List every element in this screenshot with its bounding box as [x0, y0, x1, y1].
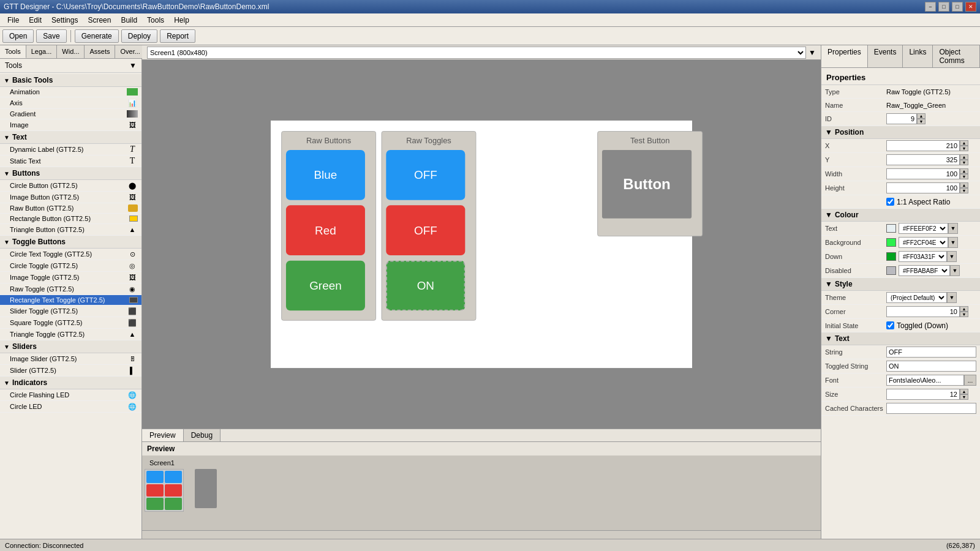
- tool-rectangle-button[interactable]: Rectangle Button (GTT2.5): [0, 214, 141, 224]
- colour-text-select[interactable]: #FFEEF0F2: [899, 223, 948, 234]
- tool-slider[interactable]: Slider (GTT2.5) ▌: [0, 365, 141, 377]
- screen-dropdown-arrow[interactable]: ▼: [809, 48, 816, 57]
- x-spin-up[interactable]: ▲: [960, 140, 968, 146]
- tool-image-slider[interactable]: Image Slider (GTT2.5) 🎚: [0, 353, 141, 365]
- tab-debug[interactable]: Debug: [184, 429, 221, 441]
- prop-input-corner[interactable]: [886, 306, 960, 317]
- tool-circle-text-toggle[interactable]: Circle Text Toggle (GTT2.5) ⊙: [0, 249, 141, 260]
- tool-triangle-toggle[interactable]: Triangle Toggle (GTT2.5) ▲: [0, 329, 141, 340]
- width-spin-up[interactable]: ▲: [960, 168, 968, 174]
- tool-square-toggle[interactable]: Square Toggle (GTT2.5) ⬛: [0, 317, 141, 329]
- prop-input-size[interactable]: [886, 389, 960, 400]
- tab-properties[interactable]: Properties: [821, 45, 868, 67]
- colour-disabled-select[interactable]: #FFBABABF: [899, 265, 950, 276]
- deploy-button[interactable]: Deploy: [121, 29, 157, 43]
- category-text[interactable]: ▼ Text: [0, 131, 141, 144]
- size-spin-down[interactable]: ▼: [960, 394, 968, 400]
- height-spin-down[interactable]: ▼: [960, 188, 968, 193]
- minimize-button[interactable]: −: [925, 2, 936, 12]
- preview-scrollbar-horizontal[interactable]: [142, 530, 821, 539]
- restore-button[interactable]: □: [938, 2, 949, 12]
- category-buttons[interactable]: ▼ Buttons: [0, 167, 141, 180]
- screen-selector[interactable]: Screen1 (800x480): [147, 47, 806, 59]
- id-spin-up[interactable]: ▲: [917, 113, 925, 119]
- tab-wid[interactable]: Wid...: [57, 45, 85, 58]
- prop-input-id[interactable]: [886, 113, 917, 124]
- tool-circle-button[interactable]: Circle Button (GTT2.5) ⬤: [0, 180, 141, 192]
- tool-raw-toggle[interactable]: Raw Toggle (GTT2.5) ◉: [0, 283, 141, 295]
- tool-slider-toggle[interactable]: Slider Toggle (GTT2.5) ⬛: [0, 305, 141, 317]
- colour-down-dropdown[interactable]: ▼: [947, 251, 957, 262]
- tab-events[interactable]: Events: [868, 45, 903, 67]
- tab-links[interactable]: Links: [903, 45, 933, 67]
- tab-tools[interactable]: Tools: [0, 45, 26, 58]
- button-blue[interactable]: Blue: [286, 150, 365, 200]
- colour-disabled-dropdown[interactable]: ▼: [950, 265, 960, 276]
- tools-dropdown-icon[interactable]: ▼: [129, 61, 137, 70]
- prop-checkbox-aspect[interactable]: [886, 198, 894, 206]
- menu-file[interactable]: File: [2, 15, 24, 26]
- tool-circle-toggle[interactable]: Circle Toggle (GTT2.5) ◎: [0, 260, 141, 272]
- category-toggle-buttons[interactable]: ▼ Toggle Buttons: [0, 236, 141, 249]
- menu-settings[interactable]: Settings: [47, 15, 83, 26]
- tool-rectangle-text-toggle[interactable]: Rectangle Text Toggle (GTT2.5): [0, 295, 141, 305]
- font-browse-button[interactable]: ...: [964, 375, 976, 386]
- generate-button[interactable]: Generate: [75, 29, 119, 43]
- tool-triangle-button[interactable]: Triangle Button (GTT2.5) ▲: [0, 224, 141, 236]
- menu-screen[interactable]: Screen: [83, 15, 116, 26]
- close-button[interactable]: ✕: [965, 2, 976, 12]
- tool-circle-flashing-led[interactable]: Circle Flashing LED 🌐: [0, 389, 141, 401]
- prop-input-x[interactable]: [886, 140, 960, 151]
- prop-input-cached-chars[interactable]: [886, 403, 976, 414]
- width-spin-down[interactable]: ▼: [960, 174, 968, 179]
- tab-lega[interactable]: Lega...: [26, 45, 58, 58]
- tool-static-text[interactable]: Static Text T: [0, 156, 141, 167]
- category-basic-tools[interactable]: ▼ Basic Tools: [0, 74, 141, 87]
- tool-image-toggle[interactable]: Image Toggle (GTT2.5) 🖼: [0, 272, 141, 283]
- category-indicators[interactable]: ▼ Indicators: [0, 377, 141, 389]
- colour-text-dropdown[interactable]: ▼: [948, 223, 958, 234]
- tab-object-comms[interactable]: Object Comms: [933, 45, 980, 67]
- prop-input-y[interactable]: [886, 154, 960, 165]
- menu-edit[interactable]: Edit: [24, 15, 47, 26]
- tool-dynamic-label[interactable]: Dynamic Label (GTT2.5) T: [0, 144, 141, 156]
- menu-help[interactable]: Help: [169, 15, 194, 26]
- section-colour[interactable]: ▼ Colour: [821, 209, 980, 222]
- tool-image[interactable]: Image 🖼: [0, 119, 141, 131]
- section-position[interactable]: ▼ Position: [821, 126, 980, 139]
- x-spin-down[interactable]: ▼: [960, 146, 968, 151]
- corner-spin-up[interactable]: ▲: [960, 306, 968, 312]
- prop-input-toggled-string[interactable]: [886, 361, 976, 372]
- size-spin-up[interactable]: ▲: [960, 389, 968, 394]
- tool-raw-button[interactable]: Raw Button (GTT2.5): [0, 203, 141, 214]
- tab-over[interactable]: Over...: [115, 45, 145, 58]
- colour-bg-select[interactable]: #FF2CF04E: [899, 237, 948, 248]
- save-button[interactable]: Save: [36, 29, 66, 43]
- colour-bg-dropdown[interactable]: ▼: [948, 237, 958, 248]
- tool-circle-led[interactable]: Circle LED 🌐: [0, 401, 141, 413]
- report-button[interactable]: Report: [160, 29, 195, 43]
- tool-gradient[interactable]: Gradient: [0, 109, 141, 119]
- menu-build[interactable]: Build: [116, 15, 142, 26]
- maximize-button[interactable]: □: [952, 2, 963, 12]
- test-button[interactable]: Button: [602, 150, 692, 219]
- prop-checkbox-initial-state[interactable]: [886, 321, 894, 329]
- tab-assets[interactable]: Assets: [85, 45, 115, 58]
- y-spin-up[interactable]: ▲: [960, 154, 968, 160]
- height-spin-up[interactable]: ▲: [960, 182, 968, 188]
- y-spin-down[interactable]: ▼: [960, 160, 968, 165]
- prop-input-width[interactable]: [886, 168, 960, 179]
- colour-down-select[interactable]: #FF03A31F: [899, 251, 947, 262]
- prop-input-height[interactable]: [886, 182, 960, 193]
- corner-spin-down[interactable]: ▼: [960, 312, 968, 317]
- button-green[interactable]: Green: [286, 261, 365, 311]
- prop-input-font[interactable]: [886, 375, 964, 386]
- toggle-on-green[interactable]: ON: [386, 261, 465, 311]
- tab-preview[interactable]: Preview: [142, 429, 184, 441]
- theme-select[interactable]: (Project Default): [886, 292, 947, 303]
- button-red[interactable]: Red: [286, 205, 365, 255]
- category-sliders[interactable]: ▼ Sliders: [0, 340, 141, 353]
- theme-dropdown[interactable]: ▼: [947, 292, 957, 303]
- toggle-off-blue[interactable]: OFF: [386, 150, 465, 200]
- tool-animation[interactable]: Animation: [0, 87, 141, 97]
